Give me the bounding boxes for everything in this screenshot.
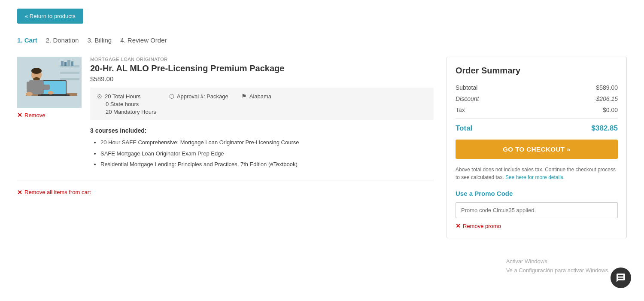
clock-icon: ⊙ [97, 93, 102, 100]
tax-note: Above total does not include sales tax. … [456, 166, 618, 181]
svg-rect-16 [27, 82, 32, 92]
course-item-1: 20 Hour SAFE Comprehensive: Mortgage Loa… [100, 138, 434, 147]
tax-label: Tax [456, 106, 465, 113]
return-to-products-button[interactable]: « Return to products [17, 9, 83, 24]
item-category: MORTGAGE LOAN ORIGINATOR [90, 57, 434, 62]
subtotal-row: Subtotal $589.00 [456, 84, 618, 91]
courses-section: 3 courses included: 20 Hour SAFE Compreh… [90, 127, 434, 169]
svg-rect-7 [71, 61, 73, 66]
product-image: ✕ Remove [17, 57, 82, 119]
total-label: Total [456, 124, 472, 133]
svg-rect-11 [38, 94, 70, 96]
svg-rect-3 [60, 78, 79, 80]
remove-all-items-link[interactable]: ✕ Remove all items from cart [17, 189, 434, 196]
step-1-cart[interactable]: 1. Cart [17, 36, 37, 44]
svg-rect-2 [60, 72, 79, 74]
course-item-3: Residential Mortgage Lending: Principles… [100, 160, 434, 169]
course-item-2: SAFE Mortgage Loan Originator Exam Prep … [100, 149, 434, 158]
cart-divider [17, 180, 434, 180]
order-summary-box: Order Summary Subtotal $589.00 Discount … [447, 57, 627, 238]
checkout-steps: 1. Cart 2. Donation 3. Billing 4. Review… [17, 36, 627, 44]
meta-state: ⚑ Alabama [241, 93, 271, 100]
svg-rect-5 [64, 62, 67, 66]
main-layout: ✕ Remove MORTGAGE LOAN ORIGINATOR 20-Hr.… [17, 57, 627, 238]
step-2-donation[interactable]: 2. Donation [46, 36, 79, 44]
subtotal-label: Subtotal [456, 84, 477, 91]
discount-label: Discount [456, 95, 479, 102]
discount-value: -$206.15 [594, 95, 618, 102]
remove-x-icon: ✕ [17, 112, 22, 119]
step-3-billing[interactable]: 3. Billing [87, 36, 112, 44]
subtotal-value: $589.00 [596, 84, 618, 91]
tax-value: $0.00 [603, 106, 618, 113]
courses-list: 20 Hour SAFE Comprehensive: Mortgage Loa… [90, 138, 434, 169]
remove-all-x-icon: ✕ [17, 189, 22, 196]
cart-item: ✕ Remove MORTGAGE LOAN ORIGINATOR 20-Hr.… [17, 57, 434, 171]
discount-row: Discount -$206.15 [456, 95, 618, 102]
item-title: 20-Hr. AL MLO Pre-Licensing Premium Pack… [90, 64, 434, 73]
approval-icon: ⬡ [169, 93, 174, 100]
total-value: $382.85 [592, 124, 618, 133]
svg-rect-6 [67, 60, 70, 66]
promo-code-toggle[interactable]: Use a Promo Code [456, 190, 618, 197]
svg-point-14 [33, 77, 40, 81]
order-summary-section: Order Summary Subtotal $589.00 Discount … [447, 57, 627, 238]
item-price: $589.00 [90, 75, 434, 82]
meta-hours: ⊙ 20 Total Hours 0 State hours 20 Mandat… [97, 93, 156, 115]
summary-divider [456, 119, 618, 119]
svg-rect-17 [41, 85, 50, 90]
courses-title: 3 courses included: [90, 127, 434, 134]
svg-point-13 [31, 68, 42, 74]
remove-item-link[interactable]: ✕ Remove [17, 112, 82, 119]
remove-promo-x-icon: ✕ [456, 222, 461, 229]
order-summary-title: Order Summary [456, 66, 618, 76]
item-meta-box: ⊙ 20 Total Hours 0 State hours 20 Mandat… [90, 88, 434, 120]
svg-point-19 [48, 91, 54, 94]
tax-row: Tax $0.00 [456, 106, 618, 113]
promo-code-input[interactable] [456, 202, 618, 218]
cart-section: ✕ Remove MORTGAGE LOAN ORIGINATOR 20-Hr.… [17, 57, 434, 196]
meta-approval: ⬡ Approval #: Package [169, 93, 228, 100]
flag-icon: ⚑ [241, 93, 247, 100]
svg-point-18 [26, 92, 33, 96]
step-4-review-order[interactable]: 4. Review Order [120, 36, 167, 44]
svg-rect-4 [61, 61, 64, 66]
cart-item-details: MORTGAGE LOAN ORIGINATOR 20-Hr. AL MLO P… [90, 57, 434, 171]
total-row: Total $382.85 [456, 124, 618, 133]
tax-note-link[interactable]: See here for more details. [505, 174, 565, 180]
remove-promo-link[interactable]: ✕ Remove promo [456, 222, 618, 229]
checkout-button[interactable]: GO TO CHECKOUT » [456, 140, 618, 159]
